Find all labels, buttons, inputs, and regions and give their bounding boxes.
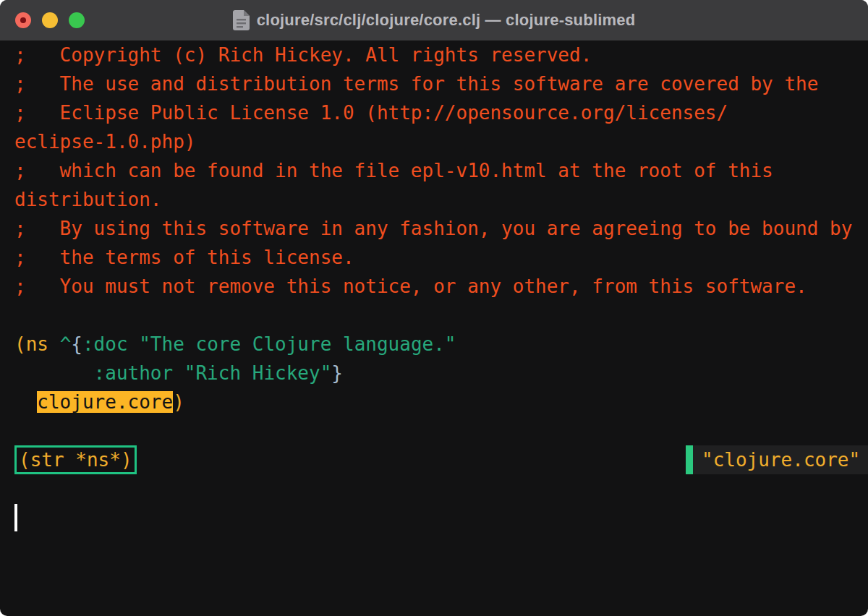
code-token: } [331, 362, 343, 384]
code-line: ; Copyright (c) Rich Hickey. All rights … [0, 40, 868, 69]
text-caret [14, 504, 17, 531]
code-token: eclipse-1.0.php) [14, 131, 195, 153]
code-line: ; By using this software in any fashion,… [0, 214, 868, 243]
code-line: distribution. [0, 185, 868, 214]
eval-result-bar [686, 445, 693, 474]
code-token: (ns [14, 333, 60, 355]
code-token [128, 333, 140, 355]
code-line: (ns ^{:doc "The core Clojure language." [0, 330, 868, 359]
code-token [14, 362, 94, 384]
editor-area[interactable]: ; Copyright (c) Rich Hickey. All rights … [0, 40, 868, 616]
eval-region-box[interactable]: (str *ns*) [14, 445, 137, 474]
code-token: ; which can be found in the file epl-v10… [14, 160, 773, 181]
code-line: ; Eclipse Public License 1.0 (http://ope… [0, 98, 868, 127]
minimize-button[interactable] [42, 12, 58, 28]
code-token: distribution. [14, 189, 162, 210]
code-token: ^ [60, 333, 72, 355]
code-token: ; Eclipse Public License 1.0 (http://ope… [14, 102, 728, 124]
code-token [14, 391, 37, 413]
code-token: ) [173, 391, 184, 413]
code-token: :doc [82, 333, 128, 355]
code-line [0, 301, 868, 330]
code-token: ; the terms of this license. [14, 247, 354, 268]
title-block: clojure/src/clj/clojure/core.clj — cloju… [233, 10, 636, 30]
code-line: clojure.core) [0, 388, 868, 416]
code-line: ; You must not remove this notice, or an… [0, 272, 868, 301]
app-window: clojure/src/clj/clojure/core.clj — cloju… [0, 0, 868, 616]
code-token: ; You must not remove this notice, or an… [14, 275, 807, 297]
code-line [0, 416, 868, 445]
code-token: "The core Clojure language." [139, 333, 456, 355]
document-icon [233, 10, 250, 30]
code-line: eclipse-1.0.php) [0, 127, 868, 156]
code-line: (str *ns*)"clojure.core" [0, 445, 868, 474]
code-token: :author [94, 362, 174, 384]
code-token: { [71, 333, 82, 355]
traffic-lights [15, 12, 85, 28]
code-line [0, 503, 868, 532]
code-line: ; which can be found in the file epl-v10… [0, 156, 868, 185]
close-button[interactable] [15, 12, 31, 28]
code-token: clojure.core [37, 391, 173, 413]
document-edited-indicator [20, 17, 26, 23]
code-line: :author "Rich Hickey"} [0, 359, 868, 388]
code-token [173, 362, 184, 384]
zoom-button[interactable] [69, 12, 85, 28]
code-line: ; the terms of this license. [0, 243, 868, 272]
code-token: ; The use and distribution terms for thi… [14, 73, 818, 95]
code-line [0, 474, 868, 503]
code-token: (str *ns*) [19, 449, 132, 471]
code-token: ; Copyright (c) Rich Hickey. All rights … [14, 44, 592, 66]
eval-result-panel: "clojure.core" [686, 445, 868, 474]
window-title: clojure/src/clj/clojure/core.clj — cloju… [257, 11, 636, 30]
eval-result-value: "clojure.core" [702, 445, 860, 474]
title-bar[interactable]: clojure/src/clj/clojure/core.clj — cloju… [0, 0, 868, 40]
code-token: ; By using this software in any fashion,… [14, 218, 852, 239]
code-line: ; The use and distribution terms for thi… [0, 69, 868, 98]
code-token: "Rich Hickey" [184, 362, 332, 384]
